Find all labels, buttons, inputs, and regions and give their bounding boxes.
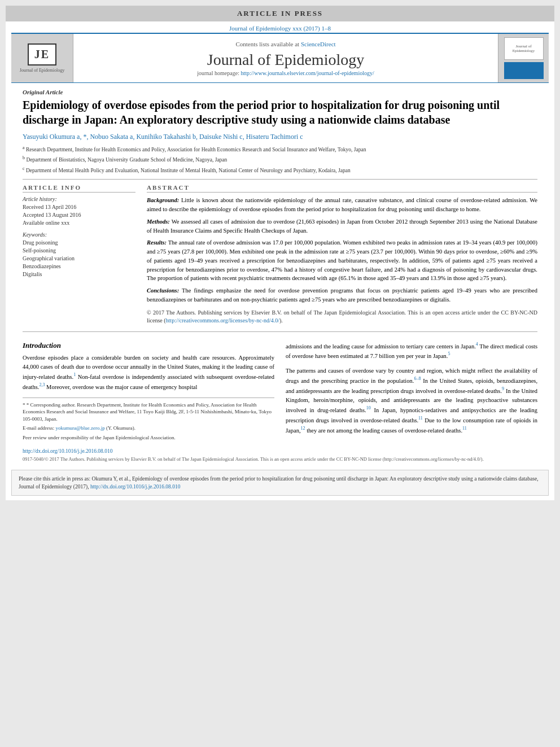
background-text: Little is known about the nationwide epi… (147, 197, 537, 212)
peer-review-text: Peer review under responsibility of the … (23, 435, 176, 440)
intro-word-deaths5: deaths (402, 417, 417, 423)
citation-box: Please cite this article in press as: Ok… (11, 470, 549, 496)
history-online: Available online xxx (23, 219, 135, 227)
history-accepted: Accepted 13 August 2016 (23, 211, 135, 219)
license-line: 0917-5040/© 2017 The Authors. Publishing… (6, 454, 554, 465)
history-received: Received 13 April 2016 (23, 203, 135, 211)
article-type-label: Original Article (23, 89, 537, 95)
intro-right: admissions and the leading cause for adm… (286, 341, 537, 444)
ref-1: 1 (73, 372, 76, 377)
homepage-line: journal homepage: http://www.journals.el… (197, 70, 374, 76)
article-info-col: ARTICLE INFO Article history: Received 1… (23, 184, 135, 324)
methods-label: Methods: (147, 219, 170, 225)
journal-logo-right: Journal ofEpidemiology (498, 34, 549, 82)
intro-word-deaths6: deaths (446, 427, 461, 433)
divider-2 (23, 331, 537, 332)
homepage-url[interactable]: http://www.journals.elsevier.com/journal… (240, 70, 374, 76)
keywords-list: Drug poisoning Self-poisoning Geographic… (23, 239, 135, 278)
page: ARTICLE IN PRESS Journal of Epidemiology… (6, 6, 554, 500)
citation-doi-link[interactable]: http://dx.doi.org/10.1016/j.je.2016.08.0… (90, 484, 180, 490)
abstract-background: Background: Little is known about the na… (147, 196, 537, 214)
article-in-press-banner: ARTICLE IN PRESS (6, 6, 554, 21)
ref-11: 11 (418, 416, 423, 421)
contents-label: Contents lists available at (235, 41, 299, 47)
history-title: Article history: (23, 196, 135, 202)
journal-logo-left: JE Journal of Epidemiology (11, 34, 73, 82)
logo-letters: JE (34, 48, 50, 60)
article-content: Original Article Epidemiology of overdos… (6, 83, 554, 444)
abstract-conclusions: Conclusions: The findings emphasize the … (147, 286, 537, 304)
intro-heading: Introduction (23, 341, 274, 350)
journal-center: Contents lists available at ScienceDirec… (73, 34, 498, 82)
ref-23: 2,3 (39, 382, 45, 387)
background-label: Background: (147, 197, 179, 203)
right-logo-blue-bar (504, 62, 544, 79)
email-label: E-mail address: (23, 425, 54, 431)
science-direct-line: Contents lists available at ScienceDirec… (235, 41, 335, 47)
footnote-email: E-mail address: yokumura@blue.zero.jp (Y… (23, 425, 274, 432)
two-col-layout: ARTICLE INFO Article history: Received 1… (23, 184, 537, 324)
intro-left: Introduction Overdose episodes place a c… (23, 341, 274, 444)
intro-word-deaths3: deaths (485, 388, 501, 394)
abstract-col: ABSTRACT Background: Little is known abo… (147, 184, 537, 324)
homepage-label: journal homepage: (197, 70, 239, 76)
results-text: The annual rate of overdose admission wa… (147, 239, 537, 281)
footnotes: * * Corresponding author. Research Depar… (23, 397, 274, 442)
affil-text-c: Department of Mental Health Policy and E… (26, 168, 351, 173)
journal-ref-text: Journal of Epidemiology xxx (2017) 1–8 (229, 25, 331, 32)
sciencedirect-link[interactable]: ScienceDirect (301, 41, 336, 47)
email-note: (Y. Okumura). (106, 425, 135, 431)
ref-68: 6–8 (414, 376, 421, 381)
journal-ref-line: Journal of Epidemiology xxx (2017) 1–8 (6, 21, 554, 33)
abstract-methods: Methods: We assessed all cases of admiss… (147, 217, 537, 235)
affil-a: a Research Department, Institute for Hea… (23, 145, 537, 154)
affil-b: b Department of Biostatistics, Nagoya Un… (23, 155, 537, 164)
intro-word-deaths2: deaths (23, 383, 38, 390)
methods-text: We assessed all cases of admission due t… (147, 219, 537, 234)
intro-left-para: Overdose episodes place a considerable b… (23, 353, 274, 392)
email-link[interactable]: yokumura@blue.zero.jp (55, 425, 104, 431)
ref-11b: 11 (462, 426, 467, 431)
article-info-heading: ARTICLE INFO (23, 184, 135, 193)
journal-logo-box: JE (28, 43, 56, 65)
abstract-heading: ABSTRACT (147, 184, 537, 193)
abstract-results: Results: The annual rate of overdose adm… (147, 238, 537, 283)
footnote-star-text: * Corresponding author. Research Departm… (23, 402, 272, 422)
journal-logo-subtext: Journal of Epidemiology (20, 68, 65, 73)
intro-word-deaths1: deaths (57, 374, 72, 380)
intro-right-para2: The patterns and causes of overdose vary… (286, 366, 537, 435)
abstract-copyright: © 2017 The Authors. Publishing services … (147, 309, 537, 325)
footnote-star: * * Corresponding author. Research Depar… (23, 401, 274, 423)
authors-line: Yasuyuki Okumura a, *, Nobuo Sakata a, K… (23, 133, 537, 141)
affil-text-b: Department of Biostatistics, Nagoya Univ… (26, 158, 227, 163)
copyright-link[interactable]: http://creativecommons.org/licenses/by-n… (166, 317, 279, 324)
affil-super-b: b (23, 155, 25, 160)
affil-super-c: c (23, 166, 25, 171)
intro-right-para1: admissions and the leading cause for adm… (286, 341, 537, 361)
ref-5: 5 (448, 351, 450, 356)
affil-text-a: Research Department, Institute for Healt… (26, 147, 366, 152)
keyword-1: Self-poisoning (23, 247, 135, 255)
footnote-peer: Peer review under responsibility of the … (23, 434, 274, 442)
conclusions-label: Conclusions: (147, 287, 179, 294)
journal-header: JE Journal of Epidemiology Contents list… (11, 33, 549, 83)
article-title: Epidemiology of overdose episodes from t… (23, 98, 537, 127)
affiliations: a Research Department, Institute for Hea… (23, 145, 537, 174)
abstract-text: Background: Little is known about the na… (147, 196, 537, 324)
keyword-3: Benzodiazepines (23, 263, 135, 270)
doi-line: http://dx.doi.org/10.1016/j.je.2016.08.0… (6, 448, 554, 454)
keyword-2: Geographical variation (23, 255, 135, 263)
history-lines: Received 13 April 2016 Accepted 13 Augus… (23, 203, 135, 227)
divider-1 (23, 179, 537, 180)
copyright-end: ). (279, 317, 283, 324)
ref-9: 9 (502, 386, 504, 391)
banner-text: ARTICLE IN PRESS (237, 9, 323, 18)
keywords-title: Keywords: (23, 231, 135, 238)
ref-12: 12 (301, 426, 305, 431)
keyword-4: Digitalis (23, 270, 135, 278)
keyword-0: Drug poisoning (23, 239, 135, 247)
ref-4: 4 (476, 342, 478, 347)
intro-section: Introduction Overdose episodes place a c… (23, 341, 537, 444)
affil-super-a: a (23, 145, 25, 150)
doi-link[interactable]: http://dx.doi.org/10.1016/j.je.2016.08.0… (23, 448, 112, 454)
